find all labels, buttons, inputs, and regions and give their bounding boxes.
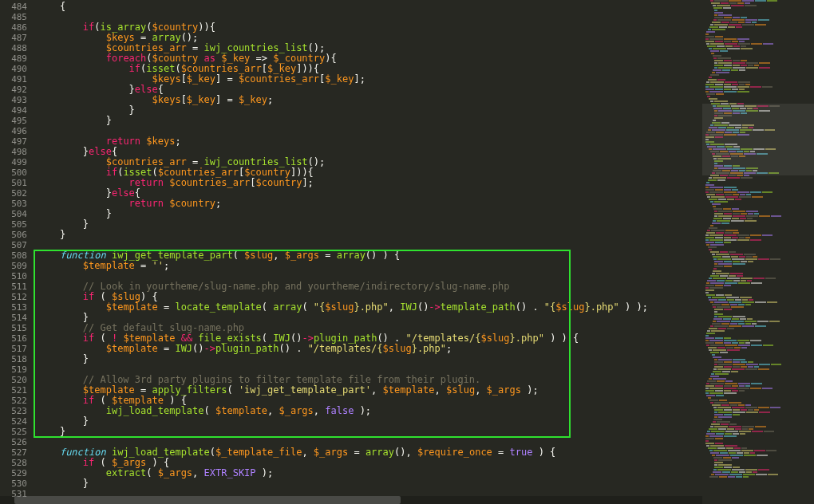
- code-line[interactable]: return $keys;: [34, 136, 702, 147]
- line-number: 503: [0, 199, 27, 209]
- code-line[interactable]: }: [34, 478, 702, 489]
- line-number: 491: [0, 74, 27, 85]
- line-number: 522: [0, 396, 27, 406]
- horizontal-scrollbar-track[interactable]: [0, 496, 702, 504]
- code-line[interactable]: iwj_load_template( $template, $_args, fa…: [34, 406, 702, 416]
- line-number: 492: [0, 85, 27, 95]
- line-number: 521: [0, 385, 27, 396]
- line-number: 524: [0, 416, 27, 427]
- line-number: 500: [0, 167, 27, 178]
- code-line[interactable]: {: [34, 2, 702, 12]
- code-line[interactable]: }: [34, 416, 702, 427]
- line-number: 508: [0, 250, 27, 261]
- line-number: 511: [0, 282, 27, 292]
- line-number: 518: [0, 354, 27, 364]
- line-number: 520: [0, 375, 27, 385]
- line-number: 528: [0, 458, 27, 468]
- minimap[interactable]: [702, 0, 814, 504]
- line-number: 523: [0, 406, 27, 416]
- line-number: 496: [0, 126, 27, 136]
- line-number: 494: [0, 105, 27, 116]
- editor-container: 4844854864874884894904914924934944954964…: [0, 0, 814, 504]
- line-number: 530: [0, 478, 27, 489]
- line-number: 512: [0, 292, 27, 302]
- line-number: 526: [0, 437, 27, 447]
- code-line[interactable]: }: [34, 354, 702, 364]
- line-number: 487: [0, 33, 27, 43]
- line-number: 513: [0, 302, 27, 313]
- line-number: 485: [0, 12, 27, 22]
- code-line[interactable]: }: [34, 427, 702, 437]
- minimap-content: [702, 0, 814, 504]
- line-number: 498: [0, 147, 27, 157]
- code-line[interactable]: }: [34, 105, 702, 116]
- line-number: 504: [0, 209, 27, 219]
- line-number: 514: [0, 313, 27, 323]
- code-line[interactable]: }: [34, 116, 702, 126]
- line-number: 493: [0, 95, 27, 105]
- code-area[interactable]: { if(is_array($country)){ $keys = array(…: [34, 0, 702, 504]
- line-number: 489: [0, 53, 27, 64]
- line-number: 490: [0, 64, 27, 74]
- line-number: 507: [0, 240, 27, 250]
- line-number: 517: [0, 344, 27, 354]
- line-number: 497: [0, 136, 27, 147]
- code-line[interactable]: $template = IWJ()->plugin_path() . "/tem…: [34, 344, 702, 354]
- code-line[interactable]: }: [34, 209, 702, 219]
- line-number: 527: [0, 447, 27, 458]
- line-number: 509: [0, 261, 27, 271]
- minimap-viewport[interactable]: [702, 104, 814, 175]
- line-number: 529: [0, 468, 27, 478]
- line-number: 515: [0, 323, 27, 333]
- line-number: 486: [0, 22, 27, 33]
- code-line[interactable]: }: [34, 219, 702, 230]
- line-number: 488: [0, 43, 27, 53]
- line-number: 510: [0, 271, 27, 282]
- code-line[interactable]: $template = '';: [34, 261, 702, 271]
- line-gutter: 4844854864874884894904914924934944954964…: [0, 0, 34, 504]
- line-number: 525: [0, 427, 27, 437]
- line-number: 506: [0, 230, 27, 240]
- line-number: 505: [0, 219, 27, 230]
- line-number: 484: [0, 2, 27, 12]
- line-number: 499: [0, 157, 27, 167]
- code-line[interactable]: }: [34, 230, 702, 240]
- horizontal-scrollbar-thumb[interactable]: [14, 496, 401, 504]
- line-number: 519: [0, 364, 27, 375]
- line-number: 516: [0, 333, 27, 344]
- line-number: 495: [0, 116, 27, 126]
- code-line[interactable]: return $country;: [34, 199, 702, 209]
- line-number: 501: [0, 178, 27, 188]
- code-line[interactable]: extract( $_args, EXTR_SKIP );: [34, 468, 702, 478]
- line-number: 502: [0, 188, 27, 199]
- code-line[interactable]: $template = locate_template( array( "{$s…: [34, 302, 702, 313]
